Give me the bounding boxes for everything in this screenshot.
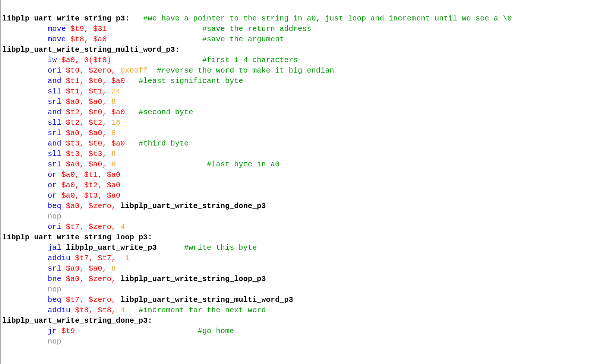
asm-text — [2, 202, 48, 210]
asm-register: $a0, $t3, $a0 — [61, 191, 121, 200]
code-line: or $a0, $t3, $a0 — [2, 191, 590, 201]
asm-register: $t8, $t8, — [75, 306, 116, 314]
asm-comment: #reverse the word to make it big endian — [157, 66, 334, 75]
asm-text — [2, 243, 48, 252]
asm-text — [2, 77, 48, 85]
code-line: and $t2, $t0, $a0 #second byte — [2, 107, 590, 118]
asm-register: $t3, $t0, $a0 — [66, 139, 125, 148]
asm-register: $a0, $a0, — [66, 160, 107, 169]
code-line: libplp_uart_write_string_p3: #we have a … — [2, 13, 590, 24]
asm-text — [57, 181, 61, 189]
asm-text — [107, 150, 111, 158]
asm-immediate: 4 — [120, 306, 125, 314]
asm-text — [61, 77, 66, 85]
asm-text — [2, 87, 48, 96]
asm-register: $a0, $a0, — [66, 129, 107, 137]
asm-text — [116, 202, 120, 210]
asm-register: $t3, $t3, — [66, 150, 107, 158]
asm-label: libplp_uart_write_string_p3: — [2, 14, 130, 23]
asm-text — [61, 243, 66, 252]
asm-text — [107, 98, 111, 106]
asm-comment: #increment for the next word — [139, 306, 266, 314]
code-line: beq $t7, $zero, libplp_uart_write_string… — [2, 295, 590, 305]
asm-register: $t7, $zero, — [66, 223, 116, 231]
asm-immediate: 8 — [111, 150, 116, 158]
asm-register: $t7, $zero, — [66, 296, 116, 304]
asm-text — [125, 306, 139, 314]
asm-register: $t8, $a0 — [70, 35, 107, 44]
asm-text — [2, 25, 48, 33]
asm-comment: #first 1-4 characters — [202, 56, 298, 64]
asm-register: $a0, $a0, — [66, 264, 107, 273]
asm-text — [66, 35, 70, 44]
asm-comment: #second byte — [139, 108, 193, 116]
asm-mnemonic: srl — [48, 160, 61, 169]
code-line: lw $a0, 0($t8) #first 1-4 characters — [2, 55, 590, 66]
asm-text — [2, 191, 48, 200]
asm-text — [61, 87, 66, 96]
asm-immediate: 8 — [111, 129, 116, 137]
asm-register: $a0, $zero, — [66, 202, 116, 210]
asm-text — [2, 56, 48, 64]
asm-text — [116, 296, 120, 304]
asm-text — [116, 223, 120, 231]
code-line: addiu $t8, $t8, 4 #increment for the nex… — [2, 305, 590, 316]
asm-comment: #least significant byte — [139, 77, 243, 85]
code-line: libplp_uart_write_string_loop_p3: — [2, 232, 590, 243]
asm-register: $t2, $t2, — [66, 118, 107, 127]
asm-text — [57, 327, 61, 335]
code-line: beq $a0, $zero, libplp_uart_write_string… — [2, 201, 590, 211]
code-line: sll $t1, $t1, 24 — [2, 86, 590, 97]
asm-register: $a0, $t2, $a0 — [61, 181, 121, 189]
asm-text — [2, 306, 48, 314]
code-line: jal libplp_uart_write_p3 #write this byt… — [2, 243, 590, 253]
asm-mnemonic: lw — [48, 56, 57, 64]
asm-text — [61, 160, 66, 169]
asm-immediate: 16 — [111, 118, 120, 127]
code-line: move $t9, $31 #save the return address — [2, 24, 590, 34]
asm-immediate: -1 — [120, 254, 129, 262]
asm-text — [57, 56, 61, 64]
asm-register: $t1, $t1, — [66, 87, 107, 96]
asm-mnemonic: sll — [48, 87, 61, 96]
asm-text — [2, 223, 48, 231]
asm-text — [116, 306, 120, 314]
asm-text — [2, 66, 48, 75]
asm-comment: #go home — [198, 327, 234, 335]
asm-identifier: libplp_uart_write_string_multi_word_p3 — [120, 296, 293, 304]
asm-comment: ent until we see a \0 — [416, 14, 512, 23]
asm-text — [61, 108, 66, 116]
asm-register: $a0, $zero, — [66, 275, 116, 283]
asm-mnemonic: beq — [48, 296, 61, 304]
asm-comment: #we have a pointer to the string in a0, … — [143, 14, 416, 23]
asm-text — [107, 87, 111, 96]
asm-mnemonic: beq — [48, 202, 61, 210]
asm-text — [2, 264, 48, 273]
asm-text — [107, 129, 111, 137]
asm-label: libplp_uart_write_string_multi_word_p3: — [2, 45, 180, 54]
asm-text — [61, 129, 66, 137]
asm-text — [2, 108, 48, 116]
asm-register: $t1, $t0, $a0 — [66, 77, 125, 85]
asm-text — [61, 264, 66, 273]
asm-text — [116, 275, 120, 283]
code-line: or $a0, $t2, $a0 — [2, 180, 590, 191]
asm-mnemonic: srl — [48, 129, 61, 137]
asm-text — [2, 275, 48, 283]
asm-immediate: 8 — [111, 264, 116, 273]
code-line: sll $t3, $t3, 8 — [2, 149, 590, 159]
asm-identifier: libplp_uart_write_string_done_p3 — [120, 202, 266, 210]
asm-mnemonic: addiu — [48, 306, 70, 314]
asm-text — [116, 66, 120, 75]
asm-mnemonic: or — [48, 170, 57, 179]
code-line: and $t3, $t0, $a0 #third byte — [2, 138, 590, 149]
asm-text — [107, 118, 111, 127]
asm-immediate: 0x00ff — [120, 66, 148, 75]
asm-text — [2, 170, 48, 179]
asm-text — [125, 108, 139, 116]
asm-mnemonic: or — [48, 191, 57, 200]
code-line: or $a0, $t1, $a0 — [2, 170, 590, 180]
asm-text — [130, 14, 143, 23]
asm-text — [2, 254, 48, 262]
asm-register: $a0, $t1, $a0 — [61, 170, 121, 179]
